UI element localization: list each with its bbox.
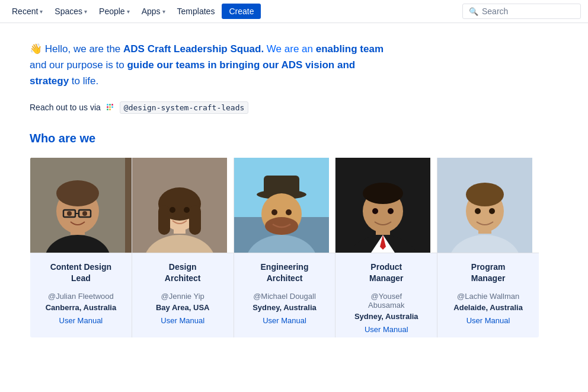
role-5: ProgramManager [443, 262, 533, 285]
who-are-we-title: Who are we [30, 132, 539, 145]
nav-recent-chevron: ▾ [40, 8, 43, 15]
nav-item-spaces[interactable]: Spaces ▾ [50, 4, 92, 19]
intro-strategy: strategy [30, 75, 69, 87]
svg-rect-7 [107, 109, 108, 110]
svg-rect-3 [109, 106, 111, 108]
person-2-avatar [132, 158, 227, 253]
nav-recent-label: Recent [12, 7, 38, 16]
user-manual-link-3[interactable]: User Manual [263, 316, 306, 325]
nav-people-label: People [99, 7, 125, 16]
intro-guide: guide our teams in bringing our ADS visi… [127, 59, 355, 71]
nav-item-apps[interactable]: Apps ▾ [137, 4, 170, 19]
nav-spaces-label: Spaces [55, 7, 82, 16]
svg-rect-1 [107, 104, 108, 106]
svg-rect-4 [111, 106, 113, 108]
search-placeholder: Search [482, 7, 508, 16]
nav-item-templates[interactable]: Templates [172, 4, 220, 19]
svg-point-16 [67, 211, 72, 216]
intro-brand: ADS Craft Leadership Squad. [123, 43, 264, 55]
svg-rect-6 [109, 109, 111, 110]
slack-line: Reach out to us via @design-system-craft… [30, 101, 539, 114]
nav-templates-label: Templates [177, 7, 215, 16]
person-1-avatar [30, 158, 125, 253]
slack-prefix: Reach out to us via [30, 103, 101, 112]
intro-to-life: to life. [69, 75, 98, 87]
person-4-avatar [335, 158, 430, 253]
role-2: DesignArchitect [138, 262, 228, 285]
photo-cell-4 [335, 157, 437, 253]
nav-spaces-chevron: ▾ [84, 8, 87, 15]
main-nav: Recent ▾ Spaces ▾ People ▾ Apps ▾ Templa… [0, 0, 588, 23]
team-member-2-info: DesignArchitect @Jennie Yip Bay Area, US… [132, 253, 234, 337]
team-table: Content DesignLead @Julian Fleetwood Can… [30, 157, 539, 338]
team-photo-3 [234, 158, 335, 253]
team-member-5-info: ProgramManager @Lachie Wallman Adelaide,… [437, 253, 539, 337]
intro-enabling: enabling team [316, 43, 384, 55]
team-photo-5 [437, 158, 539, 253]
team-photo-2 [132, 158, 234, 253]
svg-rect-5 [111, 104, 113, 106]
svg-point-36 [286, 209, 292, 215]
role-3: EngineeringArchitect [240, 262, 330, 285]
nav-item-people[interactable]: People ▾ [94, 4, 135, 19]
photo-cell-1 [30, 157, 132, 253]
user-manual-link-4[interactable]: User Manual [365, 325, 408, 334]
svg-point-51 [475, 208, 481, 214]
svg-rect-2 [109, 104, 111, 106]
user-manual-link-2[interactable]: User Manual [161, 316, 204, 325]
search-icon: 🔍 [469, 7, 478, 16]
svg-point-25 [170, 207, 175, 213]
intro-hello: Hello, we are the [45, 43, 123, 55]
location-3: Sydney, Australia [240, 303, 330, 312]
role-1: Content DesignLead [36, 262, 126, 285]
nav-people-chevron: ▾ [127, 8, 130, 15]
person-5-avatar [437, 158, 532, 253]
role-4: ProductManager [341, 262, 431, 285]
nav-apps-chevron: ▾ [162, 8, 165, 15]
handle-5: @Lachie Wallman [443, 292, 533, 301]
location-4: Sydney, Australia [341, 312, 431, 321]
svg-point-45 [388, 208, 394, 214]
team-photo-4 [335, 158, 437, 253]
handle-2: @Jennie Yip [138, 292, 228, 301]
svg-point-44 [372, 208, 378, 214]
svg-point-34 [265, 217, 298, 235]
create-button[interactable]: Create [222, 4, 261, 19]
slack-icon [104, 101, 116, 113]
svg-rect-24 [189, 205, 201, 235]
intro-we-are: We are an [264, 43, 316, 55]
svg-rect-31 [264, 176, 299, 196]
nav-apps-label: Apps [142, 7, 161, 16]
location-5: Adelaide, Australia [443, 303, 533, 312]
photo-cell-5 [437, 157, 539, 253]
svg-point-26 [184, 207, 190, 213]
svg-point-12 [56, 180, 99, 206]
intro-emoji: 👋 [30, 43, 42, 55]
intro-purpose: and our purpose is to [30, 59, 127, 71]
intro-paragraph: 👋 Hello, we are the ADS Craft Leadership… [30, 41, 539, 90]
slack-handle[interactable]: @design-system-craft-leads [120, 101, 249, 114]
svg-point-17 [82, 211, 87, 216]
search-box[interactable]: 🔍 Search [462, 4, 581, 19]
nav-item-recent[interactable]: Recent ▾ [7, 4, 47, 19]
svg-point-43 [363, 183, 403, 204]
team-member-4-info: ProductManager @YousefAbusamak Sydney, A… [335, 253, 437, 337]
team-member-1-info: Content DesignLead @Julian Fleetwood Can… [30, 253, 132, 337]
handle-1: @Julian Fleetwood [36, 292, 126, 301]
main-content: 👋 Hello, we are the ADS Craft Leadership… [0, 23, 569, 356]
svg-point-50 [466, 183, 504, 206]
photo-cell-3 [234, 157, 335, 253]
svg-rect-23 [158, 205, 170, 235]
location-2: Bay Area, USA [138, 303, 228, 312]
team-photo-row [30, 157, 539, 253]
handle-4: @YousefAbusamak [341, 292, 431, 310]
person-3-avatar [234, 158, 329, 253]
team-member-3-info: EngineeringArchitect @Michael Dougall Sy… [234, 253, 335, 337]
svg-rect-0 [107, 106, 108, 108]
handle-3: @Michael Dougall [240, 292, 330, 301]
team-info-row: Content DesignLead @Julian Fleetwood Can… [30, 253, 539, 337]
user-manual-link-1[interactable]: User Manual [59, 316, 103, 325]
photo-cell-2 [132, 157, 234, 253]
user-manual-link-5[interactable]: User Manual [466, 316, 510, 325]
location-1: Canberra, Australia [36, 303, 126, 312]
